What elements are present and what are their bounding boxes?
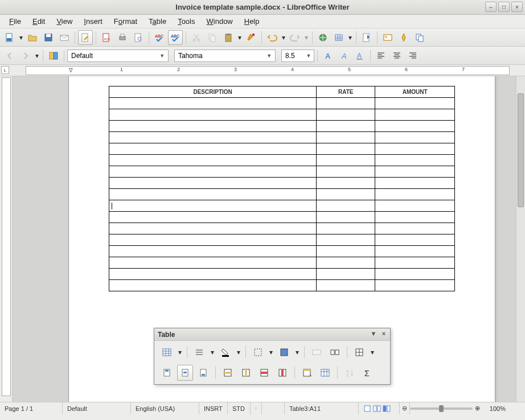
save-button[interactable] xyxy=(41,30,56,45)
table-row[interactable] xyxy=(109,121,455,132)
print-button[interactable] xyxy=(115,30,130,45)
align-top-button[interactable] xyxy=(159,365,175,381)
font-size-combo[interactable]: ▼ xyxy=(281,50,314,62)
edit-mode-button[interactable] xyxy=(78,30,93,45)
redo-button[interactable] xyxy=(288,30,302,45)
table-header-description[interactable]: DESCRIPTION xyxy=(109,87,317,98)
align-bottom-button[interactable] xyxy=(195,365,211,381)
status-style[interactable]: Default xyxy=(63,402,131,414)
align-right-button[interactable] xyxy=(405,48,420,63)
line-style-button[interactable] xyxy=(191,344,207,360)
copy-button[interactable] xyxy=(205,30,220,45)
menu-format[interactable]: Format xyxy=(108,15,143,27)
nav-forward-button[interactable] xyxy=(18,48,33,63)
underline-button[interactable]: A xyxy=(352,48,367,63)
open-button[interactable] xyxy=(25,30,40,45)
minimize-button[interactable]: – xyxy=(485,2,497,12)
table-row[interactable] xyxy=(109,212,455,223)
merge-cells-button[interactable] xyxy=(309,344,325,360)
table-row[interactable] xyxy=(109,257,455,269)
zoom-in-button[interactable]: ⊕ xyxy=(473,402,483,414)
hyperlink-button[interactable] xyxy=(315,30,330,45)
undo-dropdown[interactable]: ▾ xyxy=(281,34,286,42)
table-row[interactable] xyxy=(109,200,455,212)
menu-insert[interactable]: Insert xyxy=(78,15,108,27)
paste-dropdown[interactable]: ▾ xyxy=(237,34,243,42)
horizontal-ruler[interactable]: L ∇ 1 2 3 4 5 6 7 xyxy=(0,65,525,76)
float-dropdown-button[interactable]: ▼ xyxy=(370,330,378,338)
table-row[interactable] xyxy=(109,189,455,200)
optimize-dropdown[interactable]: ▾ xyxy=(370,348,375,356)
sum-button[interactable]: Σ xyxy=(360,365,376,381)
insert-row-button[interactable] xyxy=(220,365,236,381)
menu-file[interactable]: File xyxy=(3,15,27,27)
paste-button[interactable] xyxy=(221,30,236,45)
bg-color-dropdown[interactable]: ▾ xyxy=(294,348,300,356)
line-style-dropdown[interactable]: ▾ xyxy=(210,348,215,356)
table-row[interactable] xyxy=(109,246,455,257)
borders-button[interactable] xyxy=(250,344,266,360)
sort-button[interactable]: AZ xyxy=(342,365,358,381)
font-size-input[interactable] xyxy=(285,50,305,61)
optimize-button[interactable] xyxy=(351,344,367,360)
zoom-slider[interactable] xyxy=(410,407,473,410)
table-row[interactable] xyxy=(109,143,455,155)
table-row[interactable] xyxy=(109,98,455,109)
float-toolbar-titlebar[interactable]: Table ▼ × xyxy=(154,328,390,341)
font-name-input[interactable] xyxy=(178,50,265,61)
vertical-scrollbar[interactable] xyxy=(516,76,525,402)
table-row[interactable] xyxy=(109,166,455,178)
scrollbar-thumb[interactable] xyxy=(518,93,524,207)
preview-button[interactable] xyxy=(131,30,146,45)
menu-tools[interactable]: Tools xyxy=(172,15,200,27)
new-button[interactable] xyxy=(2,30,17,45)
table-row[interactable] xyxy=(109,132,455,143)
menu-window[interactable]: Window xyxy=(201,15,239,27)
table-button[interactable] xyxy=(331,30,346,45)
spellcheck-button[interactable]: ABC xyxy=(152,30,167,45)
new-dropdown[interactable]: ▾ xyxy=(18,34,24,42)
redo-dropdown[interactable]: ▾ xyxy=(303,34,309,42)
status-page[interactable]: Page 1 / 1 xyxy=(0,402,63,414)
status-signature[interactable] xyxy=(262,402,285,414)
invoice-table[interactable]: DESCRIPTION RATE AMOUNT xyxy=(109,86,455,291)
paragraph-style-combo[interactable]: ▼ xyxy=(67,50,169,62)
align-vcenter-button[interactable] xyxy=(177,365,193,381)
align-left-button[interactable] xyxy=(374,48,388,63)
status-selection-mode[interactable]: STD xyxy=(228,402,251,414)
bold-button[interactable]: A xyxy=(321,48,335,63)
table-row[interactable] xyxy=(109,155,455,166)
delete-row-button[interactable] xyxy=(256,365,272,381)
table-insert-button[interactable] xyxy=(159,344,175,360)
export-pdf-button[interactable]: PDF xyxy=(99,30,114,45)
vertical-ruler[interactable] xyxy=(0,76,13,402)
table-dropdown[interactable]: ▾ xyxy=(347,34,353,42)
table-row[interactable] xyxy=(109,109,455,121)
table-row[interactable] xyxy=(109,223,455,234)
split-cells-button[interactable] xyxy=(327,344,343,360)
nav-dropdown[interactable]: ▾ xyxy=(34,52,40,60)
zoom-button[interactable] xyxy=(412,30,427,45)
menu-edit[interactable]: Edit xyxy=(27,15,51,27)
close-button[interactable]: × xyxy=(511,2,523,12)
align-center-button[interactable] xyxy=(389,48,404,63)
status-insert-mode[interactable]: INSRT xyxy=(199,402,228,414)
navigator-button[interactable] xyxy=(396,30,411,45)
email-button[interactable] xyxy=(57,30,72,45)
autospell-button[interactable]: ABC xyxy=(168,30,183,45)
bg-color-button[interactable] xyxy=(276,344,292,360)
format-paintbrush-button[interactable] xyxy=(244,30,259,45)
font-name-combo[interactable]: ▼ xyxy=(174,50,276,62)
italic-button[interactable]: A xyxy=(337,48,351,63)
insert-col-button[interactable] xyxy=(238,365,254,381)
nav-back-button[interactable] xyxy=(2,48,17,63)
status-cell-ref[interactable]: Table3:A11 xyxy=(285,402,359,414)
paragraph-style-input[interactable] xyxy=(71,50,158,61)
zoom-out-button[interactable]: ⊖ xyxy=(400,402,410,414)
table-header-amount[interactable]: AMOUNT xyxy=(375,87,455,98)
gallery-button[interactable] xyxy=(380,30,395,45)
zoom-percent[interactable]: 100% xyxy=(483,402,510,414)
table-row[interactable] xyxy=(109,269,455,280)
table-floating-toolbar[interactable]: Table ▼ × ▾ ▾ ▾ ▾ ▾ ▾ xyxy=(154,328,391,385)
border-color-dropdown[interactable]: ▾ xyxy=(236,348,241,356)
